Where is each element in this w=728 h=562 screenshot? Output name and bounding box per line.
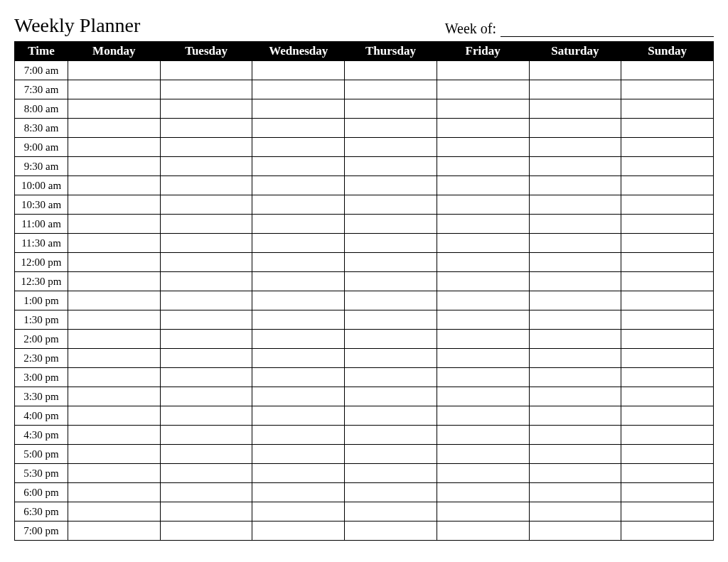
planner-slot[interactable]	[529, 502, 621, 522]
planner-slot[interactable]	[621, 215, 714, 234]
planner-slot[interactable]	[68, 406, 161, 426]
planner-slot[interactable]	[252, 387, 345, 406]
planner-slot[interactable]	[160, 483, 252, 502]
planner-slot[interactable]	[252, 99, 345, 119]
planner-slot[interactable]	[437, 291, 529, 310]
planner-slot[interactable]	[621, 464, 714, 483]
planner-slot[interactable]	[252, 80, 345, 99]
planner-slot[interactable]	[621, 387, 714, 406]
planner-slot[interactable]	[529, 99, 621, 119]
planner-slot[interactable]	[160, 310, 252, 330]
planner-slot[interactable]	[252, 61, 345, 80]
planner-slot[interactable]	[252, 483, 345, 502]
planner-slot[interactable]	[345, 253, 437, 272]
planner-slot[interactable]	[68, 99, 161, 119]
planner-slot[interactable]	[160, 426, 252, 445]
planner-slot[interactable]	[621, 157, 714, 176]
planner-slot[interactable]	[160, 272, 252, 291]
planner-slot[interactable]	[345, 215, 437, 234]
planner-slot[interactable]	[345, 445, 437, 464]
planner-slot[interactable]	[160, 80, 252, 99]
planner-slot[interactable]	[68, 349, 161, 368]
planner-slot[interactable]	[345, 330, 437, 349]
planner-slot[interactable]	[68, 253, 161, 272]
planner-slot[interactable]	[160, 464, 252, 483]
planner-slot[interactable]	[621, 195, 714, 215]
planner-slot[interactable]	[68, 215, 161, 234]
planner-slot[interactable]	[252, 195, 345, 215]
planner-slot[interactable]	[529, 234, 621, 253]
planner-slot[interactable]	[68, 426, 161, 445]
planner-slot[interactable]	[160, 502, 252, 522]
planner-slot[interactable]	[437, 349, 529, 368]
planner-slot[interactable]	[68, 119, 161, 138]
planner-slot[interactable]	[160, 99, 252, 119]
planner-slot[interactable]	[437, 272, 529, 291]
planner-slot[interactable]	[68, 502, 161, 522]
planner-slot[interactable]	[68, 80, 161, 99]
planner-slot[interactable]	[621, 310, 714, 330]
planner-slot[interactable]	[345, 426, 437, 445]
planner-slot[interactable]	[621, 272, 714, 291]
planner-slot[interactable]	[437, 61, 529, 80]
planner-slot[interactable]	[345, 483, 437, 502]
planner-slot[interactable]	[68, 522, 161, 541]
planner-slot[interactable]	[160, 349, 252, 368]
planner-slot[interactable]	[529, 445, 621, 464]
planner-slot[interactable]	[529, 406, 621, 426]
planner-slot[interactable]	[345, 80, 437, 99]
planner-slot[interactable]	[529, 195, 621, 215]
planner-slot[interactable]	[621, 119, 714, 138]
planner-slot[interactable]	[68, 195, 161, 215]
planner-slot[interactable]	[437, 253, 529, 272]
planner-slot[interactable]	[437, 502, 529, 522]
planner-slot[interactable]	[252, 522, 345, 541]
planner-slot[interactable]	[345, 522, 437, 541]
planner-slot[interactable]	[68, 483, 161, 502]
planner-slot[interactable]	[621, 61, 714, 80]
planner-slot[interactable]	[437, 445, 529, 464]
planner-slot[interactable]	[345, 61, 437, 80]
planner-slot[interactable]	[529, 138, 621, 157]
planner-slot[interactable]	[345, 310, 437, 330]
planner-slot[interactable]	[437, 522, 529, 541]
planner-slot[interactable]	[437, 99, 529, 119]
planner-slot[interactable]	[252, 368, 345, 387]
planner-slot[interactable]	[68, 387, 161, 406]
planner-slot[interactable]	[160, 291, 252, 310]
planner-slot[interactable]	[252, 426, 345, 445]
planner-slot[interactable]	[68, 445, 161, 464]
planner-slot[interactable]	[68, 138, 161, 157]
planner-slot[interactable]	[437, 234, 529, 253]
planner-slot[interactable]	[160, 138, 252, 157]
planner-slot[interactable]	[621, 253, 714, 272]
planner-slot[interactable]	[437, 195, 529, 215]
planner-slot[interactable]	[621, 291, 714, 310]
planner-slot[interactable]	[437, 119, 529, 138]
planner-slot[interactable]	[621, 368, 714, 387]
planner-slot[interactable]	[345, 291, 437, 310]
planner-slot[interactable]	[345, 176, 437, 195]
planner-slot[interactable]	[345, 387, 437, 406]
planner-slot[interactable]	[160, 522, 252, 541]
planner-slot[interactable]	[252, 215, 345, 234]
planner-slot[interactable]	[529, 426, 621, 445]
planner-slot[interactable]	[529, 368, 621, 387]
planner-slot[interactable]	[252, 330, 345, 349]
planner-slot[interactable]	[529, 330, 621, 349]
planner-slot[interactable]	[68, 330, 161, 349]
planner-slot[interactable]	[252, 464, 345, 483]
planner-slot[interactable]	[621, 349, 714, 368]
planner-slot[interactable]	[252, 310, 345, 330]
planner-slot[interactable]	[68, 234, 161, 253]
planner-slot[interactable]	[437, 464, 529, 483]
planner-slot[interactable]	[160, 234, 252, 253]
planner-slot[interactable]	[529, 291, 621, 310]
planner-slot[interactable]	[437, 387, 529, 406]
planner-slot[interactable]	[437, 368, 529, 387]
planner-slot[interactable]	[252, 157, 345, 176]
planner-slot[interactable]	[529, 253, 621, 272]
planner-slot[interactable]	[252, 138, 345, 157]
planner-slot[interactable]	[529, 80, 621, 99]
planner-slot[interactable]	[529, 119, 621, 138]
